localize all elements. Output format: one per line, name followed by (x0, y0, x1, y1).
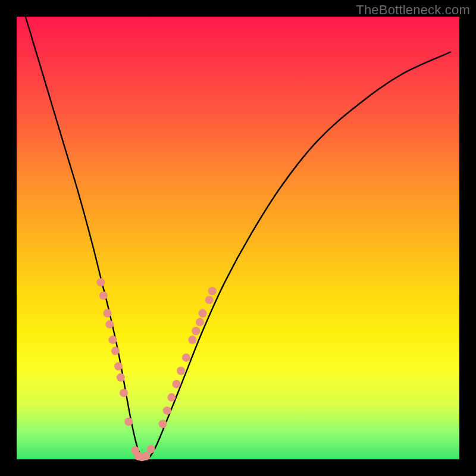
highlight-dot (167, 393, 176, 402)
highlight-dot (177, 367, 185, 375)
highlight-dot (196, 318, 204, 326)
plot-area (17, 17, 459, 459)
highlight-dot (198, 309, 206, 317)
highlight-dot (205, 296, 214, 304)
chart-frame: TheBottleneck.com (0, 0, 476, 476)
curve-layer (17, 17, 459, 459)
highlight-dot (182, 353, 190, 362)
highlight-dot (163, 406, 171, 415)
highlight-dot (114, 362, 123, 371)
highlight-dot (96, 278, 105, 286)
highlight-dot (111, 347, 120, 355)
highlight-dot (105, 320, 114, 328)
highlight-dot (173, 380, 181, 389)
bottleneck-curve (26, 17, 450, 459)
highlight-dot (108, 336, 117, 344)
highlight-dots (96, 278, 216, 461)
highlight-dot (208, 287, 217, 295)
highlight-dot (120, 389, 128, 397)
highlight-dot (142, 452, 150, 461)
watermark-text: TheBottleneck.com (356, 2, 470, 18)
highlight-dot (159, 419, 167, 428)
highlight-dot (188, 336, 196, 344)
highlight-dot (99, 292, 108, 300)
highlight-dot (146, 445, 155, 453)
highlight-dot (192, 327, 200, 335)
highlight-dot (104, 309, 112, 317)
highlight-dot (117, 373, 125, 381)
highlight-dot (124, 418, 133, 426)
